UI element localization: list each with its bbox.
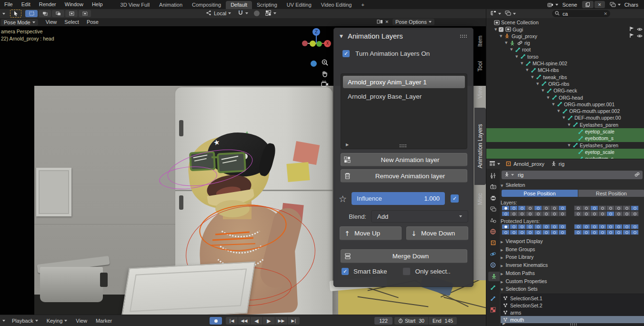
play-reverse-button[interactable]: ◀ [251, 317, 262, 325]
gizmo-z-axis[interactable]: Z [312, 28, 320, 36]
armature-layer-cell[interactable] [598, 205, 606, 211]
protected-layer-cell[interactable] [623, 224, 631, 229]
armature-layer-cell[interactable] [590, 211, 598, 216]
new-animation-layer-button[interactable]: New Animation layer [341, 153, 467, 166]
armature-layer-cell[interactable] [542, 205, 550, 211]
pose-position-button[interactable]: Pose Position [502, 190, 578, 197]
outliner-filter-icon[interactable] [505, 10, 511, 17]
selection-set-selectionset-2[interactable]: SelectionSet.2 [501, 302, 644, 309]
outliner-row-gugi-proxy[interactable]: ▼Gugi_proxy [486, 33, 644, 40]
armature-layer-cell[interactable] [623, 205, 631, 211]
protected-layer-cell[interactable] [614, 230, 623, 235]
timeline-menu-playback[interactable]: Playback [12, 318, 38, 324]
select-mode-intersect-icon[interactable] [79, 10, 91, 17]
mode-selector[interactable]: Pose Mode [1, 19, 38, 26]
outliner-row-eyetop-scale[interactable]: eyetop_scale [486, 128, 644, 135]
breadcrumb-data-name[interactable]: rig [559, 161, 564, 167]
section-custom-properties[interactable]: ▶Custom Properties [501, 278, 547, 284]
view-layer-icon[interactable] [610, 2, 616, 7]
section-pose-library[interactable]: ▶Pose Library [501, 254, 533, 260]
merge-down-button[interactable]: Merge Down [341, 249, 467, 263]
jump-to-end-button[interactable]: ▶| [288, 317, 300, 325]
armature-layer-cell[interactable] [534, 205, 542, 211]
overlays-icon[interactable] [265, 10, 272, 17]
menu-render[interactable]: Render [35, 0, 60, 9]
properties-tab-bone-constraint-icon[interactable] [488, 294, 498, 304]
section-bone-groups[interactable]: ▶Bone Groups [501, 246, 535, 252]
clear-icon[interactable]: ✕ [385, 20, 389, 24]
outliner-display-chevron-icon[interactable] [498, 13, 501, 15]
armature-layer-cell[interactable] [623, 211, 631, 216]
armature-layer-cell[interactable] [510, 205, 518, 211]
editor-menu-chevron-icon[interactable] [2, 13, 5, 15]
properties-tab-world-icon[interactable] [488, 227, 498, 236]
snap-icon[interactable] [238, 10, 243, 17]
armature-layer-cell[interactable] [574, 211, 582, 216]
play-button[interactable]: ▶ [263, 317, 275, 325]
section-viewport-display[interactable]: ▶Viewport Display [501, 238, 543, 244]
armature-layer-cell[interactable] [631, 205, 639, 211]
properties-tab-tool-icon[interactable] [488, 171, 498, 180]
datablock-name-field[interactable]: rig [502, 171, 643, 179]
workspace-tab-scripting[interactable]: Scripting [252, 1, 282, 9]
sidebar-tab-tool[interactable]: Tool [474, 55, 486, 77]
protected-layer-cell[interactable] [510, 224, 518, 229]
protected-layer-cell[interactable] [518, 224, 526, 229]
properties-tab-bone-icon[interactable] [488, 283, 498, 292]
outliner-row-org-neck[interactable]: ▼ORG-neck [486, 87, 644, 94]
armature-layer-cell[interactable] [631, 211, 639, 216]
camera-view-toggle[interactable] [311, 61, 317, 67]
outliner-row-gugi[interactable]: ▼✓Gugi [486, 26, 644, 33]
workspace-tab-video-editing[interactable]: Video Editing [316, 1, 357, 9]
armature-layer-cell[interactable] [614, 205, 623, 211]
protected-layer-cell[interactable] [542, 224, 550, 229]
hide-eye-icon[interactable] [637, 33, 643, 39]
section-motion-paths[interactable]: ▶Motion Paths [501, 270, 535, 276]
properties-tab-view-layer-icon[interactable] [488, 204, 498, 214]
breadcrumb-object-name[interactable]: Arnold_proxy [513, 161, 544, 167]
outliner-display-mode-icon[interactable] [490, 10, 496, 17]
protected-layer-cell[interactable] [542, 230, 550, 235]
link-icon[interactable] [634, 172, 640, 178]
outliner-row-def-mouth-upper-00[interactable]: ▼DEF-mouth.upper.00 [486, 114, 644, 122]
sidebar-tab-animation-layers[interactable]: Animation Layers [474, 108, 486, 185]
outliner-row-scene-collection[interactable]: Scene Collection [486, 19, 644, 26]
selectable-icon[interactable] [629, 26, 634, 32]
toggle-row[interactable]: ✓ Turn Animation Layers On [342, 50, 430, 57]
armature-layer-cell[interactable] [518, 211, 526, 216]
skeleton-section-header[interactable]: ▼Skeleton [501, 182, 525, 188]
menu-edit[interactable]: Edit [17, 0, 35, 9]
properties-tab-scene-icon[interactable] [488, 215, 498, 225]
workspace-tab-animation[interactable]: Animation [154, 1, 187, 9]
protected-layer-cell[interactable] [518, 230, 526, 235]
armature-layer-cell[interactable] [598, 211, 606, 216]
protected-layer-cell[interactable] [574, 224, 582, 229]
outliner-row-mch-spine-002[interactable]: ▼MCH-spine.002 [486, 60, 644, 67]
move-down-button[interactable]: ↓ Move Down [406, 226, 468, 240]
collection-checkbox[interactable]: ✓ [499, 27, 503, 32]
timeline-menu-marker[interactable]: Marker [96, 318, 112, 324]
properties-tab-texture-icon[interactable] [488, 305, 498, 315]
workspace-tab-3d-view-full[interactable]: 3D View Full [116, 1, 155, 9]
protected-layer-cell[interactable] [582, 230, 590, 235]
list-expand-arrow-icon[interactable]: ▶ [346, 143, 349, 147]
armature-layer-cell[interactable] [534, 211, 542, 216]
armature-layer-cell[interactable] [590, 205, 598, 211]
outliner-row-tweak-ribs[interactable]: ▼tweak_ribs [486, 73, 644, 81]
protected-layer-cell[interactable] [598, 230, 606, 235]
pan-hand-icon[interactable] [321, 70, 329, 79]
selectable-icon[interactable] [629, 33, 634, 39]
properties-tab-render-icon[interactable] [488, 182, 498, 192]
protected-layer-cell[interactable] [550, 224, 558, 229]
star-icon[interactable]: ☆ [339, 194, 347, 204]
outliner-row-torso[interactable]: ▼torso [486, 53, 644, 61]
sidebar-tab-view[interactable]: View [474, 80, 486, 105]
protected-layer-cell[interactable] [558, 230, 566, 235]
snap-chevron-icon[interactable] [245, 12, 248, 14]
select-mode-invert-icon[interactable] [65, 10, 78, 17]
scene-chevron-icon[interactable] [555, 4, 558, 6]
gizmo-x-axis[interactable]: X [324, 40, 331, 47]
active-tool-select-box[interactable] [10, 10, 21, 18]
protected-layer-cell[interactable] [550, 230, 558, 235]
gizmo-minus-y-axis[interactable] [316, 41, 322, 47]
